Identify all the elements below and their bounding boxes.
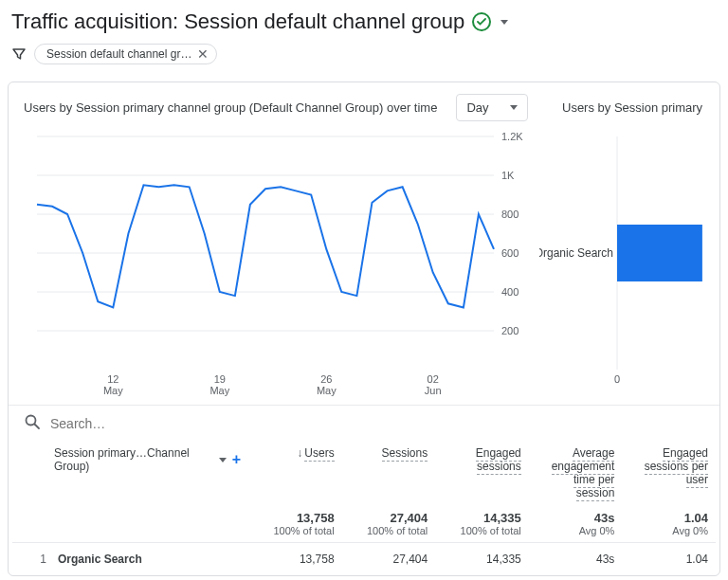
svg-text:May: May (317, 385, 337, 396)
svg-text:200: 200 (501, 325, 519, 336)
col-header-engaged-sessions[interactable]: Engaged sessions (435, 441, 529, 505)
line-chart: 2004006008001K1.2K12May19May26May02Jun (24, 127, 536, 402)
close-icon[interactable]: ✕ (197, 47, 209, 61)
report-card: Users by Session primary channel group (… (8, 82, 720, 576)
bar-chart: Organic Search0 (539, 127, 710, 402)
svg-text:400: 400 (501, 286, 519, 298)
svg-text:02: 02 (428, 373, 439, 385)
title-dropdown-caret-icon[interactable] (500, 20, 508, 25)
table-header-row: Session primary…Channel Group) + ↓Users … (12, 441, 716, 505)
svg-rect-22 (617, 225, 702, 281)
col-header-engaged-per-user[interactable]: Engaged sessions per user (622, 441, 716, 505)
col-header-avg-engagement-time[interactable]: Average engagement time per session (529, 441, 623, 505)
metric-cell: 27,404 (342, 543, 436, 576)
metric-cell: 13,758 (248, 543, 342, 576)
chevron-down-icon (510, 105, 518, 110)
metric-cell: 43s (529, 543, 623, 576)
svg-text:800: 800 (501, 208, 519, 220)
svg-text:600: 600 (501, 247, 519, 259)
table-row[interactable]: 1Organic Search13,75827,40414,33543s1.04 (12, 543, 716, 576)
svg-text:May: May (209, 385, 229, 396)
svg-text:1K: 1K (501, 170, 515, 181)
granularity-label: Day (466, 100, 488, 115)
totals-row: 13,758100% of total 27,404100% of total … (12, 505, 716, 543)
metric-cell: 14,335 (435, 543, 529, 576)
svg-line-25 (35, 425, 40, 429)
svg-text:Organic Search: Organic Search (539, 246, 613, 260)
metric-cell: 1.04 (622, 543, 716, 576)
add-dimension-icon[interactable]: + (232, 451, 241, 468)
svg-text:26: 26 (320, 373, 332, 385)
col-header-sessions[interactable]: Sessions (342, 441, 436, 505)
chevron-down-icon[interactable] (219, 458, 227, 462)
page-title: Traffic acquisition: Session default cha… (11, 9, 464, 34)
granularity-dropdown[interactable]: Day (456, 94, 527, 121)
search-input[interactable] (48, 415, 333, 432)
dimension-picker[interactable]: Session primary…Channel Group) (54, 446, 211, 473)
dimension-value: Organic Search (46, 553, 142, 566)
metrics-table: Session primary…Channel Group) + ↓Users … (12, 441, 716, 575)
filter-chip[interactable]: Session default channel gr… ✕ (34, 44, 217, 64)
filter-icon[interactable] (11, 46, 27, 62)
search-icon[interactable] (24, 413, 41, 433)
svg-text:May: May (103, 385, 123, 396)
svg-text:Jun: Jun (425, 385, 442, 396)
svg-text:19: 19 (214, 373, 226, 385)
col-header-users[interactable]: ↓Users (248, 441, 342, 505)
bar-chart-title: Users by Session primary char (562, 100, 704, 115)
filter-chip-label: Session default channel gr… (46, 47, 191, 61)
status-ok-icon[interactable] (472, 12, 491, 31)
svg-text:0: 0 (614, 373, 620, 385)
svg-text:1.2K: 1.2K (501, 131, 523, 142)
line-chart-title: Users by Session primary channel group (… (24, 100, 437, 115)
sort-desc-icon: ↓ (297, 446, 302, 460)
svg-text:12: 12 (107, 373, 118, 385)
